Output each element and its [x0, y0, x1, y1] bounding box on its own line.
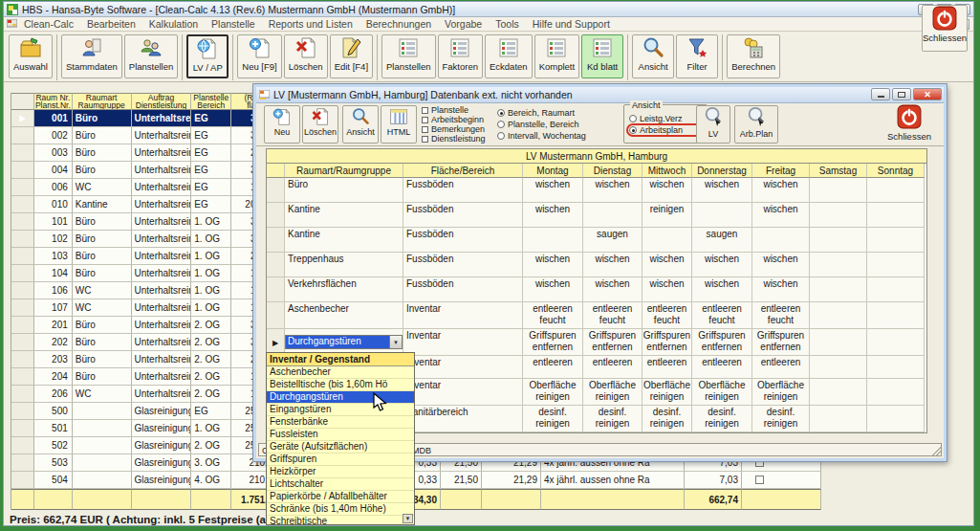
table-row[interactable]: 502Glasreinigung2. OG250 [11, 437, 285, 454]
list-item-aschenbecher[interactable]: Aschenbecher [267, 366, 414, 379]
list-item-beistelltische-bis-1-60m-hö[interactable]: Beistelltische (bis 1,60m Hö [267, 379, 414, 391]
table-row[interactable]: ▶001BüroUnterhaltsreinEG30 [11, 110, 285, 127]
checkbox-arbeitsbeginn[interactable]: Arbeitsbeginn [422, 115, 486, 124]
radio-intervall-wochentag[interactable]: Intervall, Wochentag [497, 130, 586, 142]
row-checkbox[interactable] [755, 476, 764, 484]
table-row[interactable]: 504Glasreinigung4. OG210,00 [11, 472, 285, 489]
table-row[interactable]: 204BüroUnterhaltsreini2. OG18 [11, 368, 285, 386]
toolbar-button-stammdaten[interactable]: Stammdaten [61, 34, 122, 78]
dialog-button-löschen[interactable]: Löschen [302, 105, 338, 144]
dialog-close-icon: ✕ [924, 90, 931, 100]
checkbox-bemerkungen[interactable]: Bemerkungen [422, 124, 486, 134]
table-row[interactable]: 106WCUnterhaltsreini1. OG12 [11, 282, 285, 299]
table-row[interactable]: 202BüroUnterhaltsreini2. OG32 [11, 334, 285, 351]
table-row[interactable]: 500GlasreinigungEG250 [11, 403, 285, 420]
toolbar-button-neu-f9[interactable]: Neu [F9] [237, 34, 281, 78]
radio-planstelle-bereich[interactable]: Planstelle, Bereich [497, 119, 586, 130]
menu-item-bearbeiten[interactable]: Bearbeiten [87, 18, 136, 30]
dialog-button-html[interactable]: HTML [381, 105, 417, 144]
toolbar-button-auswahl[interactable]: Auswahl [9, 34, 53, 78]
rooms-grid-cell: Unterhaltsreini [132, 265, 192, 282]
toolbar-button-ansicht[interactable]: Ansicht [632, 34, 674, 78]
list-item-lichtschalter[interactable]: Lichtschalter [267, 478, 414, 491]
table-row[interactable]: VerkehrsflächenFussbödenwischenwischenwi… [267, 277, 926, 302]
checkbox-planstelle[interactable]: Planstelle [422, 105, 486, 115]
toolbar-button-planstellen[interactable]: Planstellen [381, 34, 435, 78]
toolbar-button-faktoren[interactable]: Faktoren [438, 34, 484, 78]
dialog-maximize-button[interactable] [892, 88, 911, 100]
table-row[interactable]: 102BüroUnterhaltsreini1. OG32 [11, 231, 285, 248]
menu-item-tools[interactable]: Tools [495, 18, 519, 30]
menu-item-kalkulation[interactable]: Kalkulation [149, 18, 198, 30]
menu-item-berechnungen[interactable]: Berechnungen [366, 18, 431, 30]
table-row[interactable]: 002BüroUnterhaltsreiniEG32 [11, 127, 285, 144]
table-row[interactable]: KantineFussbödenwischenreinigenwischen [267, 203, 926, 228]
table-row[interactable]: 0,3321,5021,294x jährl. aussen ohne Ra7,… [405, 472, 821, 489]
checkbox-dienstleistung[interactable]: Dienstleistung [422, 134, 486, 144]
radio-bereich-raumart[interactable]: Bereich, Raumart [497, 107, 586, 119]
table-row[interactable]: 003BüroUnterhaltsreiniEG24 [11, 144, 285, 162]
table-row[interactable]: 206WCUnterhaltsreini2. OG12 [11, 386, 285, 403]
toolbar-button-planstellen[interactable]: Planstellen [124, 34, 178, 78]
table-row[interactable]: TreppenhausFussbödenwischenwischenwische… [267, 253, 926, 277]
table-row[interactable]: BüroFussbödenwischenwischenwischenwische… [267, 178, 926, 203]
title-bar[interactable]: HBS - Hansa-Byte Software - [Clean-Calc … [4, 2, 973, 17]
dialog-button-lv[interactable]: LV [696, 105, 730, 144]
table-row[interactable]: 101BüroUnterhaltsreini1. OG30 [11, 213, 285, 231]
toolbar-button-komplett[interactable]: Komplett [534, 34, 580, 78]
menu-item-planstelle[interactable]: Planstelle [211, 18, 255, 30]
list-item-eingangstüren[interactable]: Eingangstüren [267, 404, 414, 416]
list-item-schreibtische[interactable]: Schreibtische [267, 516, 414, 525]
dialog-minimize-button[interactable] [871, 88, 890, 100]
list-item-papierkörbe-abfallbehälter[interactable]: Papierkörbe / Abfallbehälter [267, 491, 414, 503]
toolbar-button-edit-f4[interactable]: Edit [F4] [330, 34, 373, 78]
table-row[interactable]: 201BüroUnterhaltsreini2. OG30 [11, 317, 285, 334]
menu-item-hilfe-und-support[interactable]: Hilfe und Support [533, 18, 610, 30]
chevron-down-icon[interactable]: ▼ [389, 336, 402, 348]
table-row[interactable]: AschenbecherInventarentleeren feuchtentl… [267, 302, 926, 329]
list-item-griffspuren[interactable]: Griffspuren [267, 454, 414, 466]
table-row[interactable]: 104BüroUnterhaltsreini1. OG18 [11, 265, 285, 282]
menu-item-vorgabe[interactable]: Vorgabe [445, 18, 482, 30]
raumart-combobox[interactable]: Durchgangstüren▼ [285, 335, 403, 349]
day-cell: wischen [523, 277, 583, 302]
toolbar-button-berechnen[interactable]: Berechnen [727, 34, 780, 78]
schliessen-button-dialog[interactable]: Schliessen [882, 104, 936, 144]
list-item-fensterbänke[interactable]: Fensterbänke [267, 416, 414, 429]
rooms-grid-cell: 107 [34, 299, 73, 317]
list-item-durchgangstüren[interactable]: Durchgangstüren [267, 391, 414, 404]
menu-item-clean-calc[interactable]: Clean-Calc [24, 18, 74, 30]
toolbar-button-löschen[interactable]: Löschen [284, 34, 328, 78]
schliessen-button-main[interactable]: Schliessen [922, 5, 968, 52]
table-row[interactable]: KantineFussbödensaugensaugen [267, 228, 926, 253]
toolbar-button-eckdaten[interactable]: Eckdaten [485, 34, 533, 78]
dialog-button-neu[interactable]: Neu [264, 105, 300, 144]
toolbar-button-kd-blatt[interactable]: Kd blatt [581, 34, 623, 78]
list-item-geräte-aufsitzflächen[interactable]: Geräte (Aufsitzflächen) [267, 441, 414, 454]
list-item-schränke-bis-1-40m-höhe[interactable]: Schränke (bis 1,40m Höhe) [267, 503, 414, 516]
dialog-button-ansicht[interactable]: Ansicht [342, 105, 379, 144]
list-item-heizkörper[interactable]: Heizkörper [267, 466, 414, 478]
table-row[interactable]: 107WCUnterhaltsreini1. OG19 [11, 299, 285, 317]
table-row[interactable]: 503Glasreinigung3. OG210,00 [11, 454, 285, 472]
radio-arbeitsplan[interactable]: Arbeitsplan [629, 124, 707, 136]
table-row[interactable]: 103BüroUnterhaltsreini1. OG24 [11, 248, 285, 265]
table-row[interactable]: 004BüroUnterhaltsreiniEG32 [11, 162, 285, 179]
list-item-fussleisten[interactable]: Fussleisten [267, 429, 414, 441]
dialog-title-bar[interactable]: LV [Mustermann GmbH, Hamburg] Datenbank … [256, 87, 944, 103]
table-row[interactable]: 006WCUnterhaltsreiniEG12 [11, 179, 285, 196]
row-selector [267, 277, 285, 302]
table-row[interactable]: 203BüroUnterhaltsreini2. OG24 [11, 351, 285, 368]
dialog-button-arb-plan[interactable]: Arb.Plan [734, 105, 778, 144]
table-row[interactable]: 010KantineUnterhaltsreiniEG200 [11, 196, 285, 213]
dialog-close-button[interactable]: ✕ [913, 88, 942, 100]
menu-item-reports-und-listen[interactable]: Reports und Listen [269, 18, 353, 30]
toolbar-button-lv-ap[interactable]: LV / AP [186, 34, 229, 78]
dropdown-scroll-down-icon[interactable]: ▼ [403, 514, 413, 523]
list-icon [448, 36, 471, 59]
toolbar-button-filter[interactable]: Filter [676, 34, 718, 78]
row-selector: ▶ [11, 110, 34, 127]
table-row[interactable]: 501Glasreinigung1. OG250 [11, 420, 285, 437]
rooms-grid-cell: 203 [34, 351, 73, 368]
resize-grip[interactable] [931, 446, 941, 455]
